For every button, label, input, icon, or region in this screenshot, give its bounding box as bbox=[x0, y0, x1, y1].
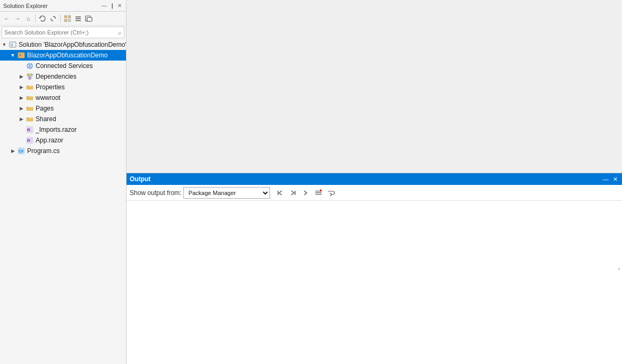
expand-arrow-properties: ▶ bbox=[17, 83, 26, 91]
project-label: BlazorAppObfuscationDemo bbox=[27, 52, 107, 59]
svg-rect-6 bbox=[75, 20, 81, 21]
home-button[interactable]: ⌂ bbox=[23, 14, 33, 23]
output-toolbar: Show output from: Package Manager Build … bbox=[127, 185, 622, 201]
expand-arrow-pages: ▶ bbox=[17, 104, 26, 113]
toggle-word-wrap-button[interactable] bbox=[325, 187, 337, 199]
refresh-button[interactable] bbox=[48, 14, 58, 23]
tree-item-app-razor[interactable]: ▶ R App.razor bbox=[0, 135, 126, 146]
svg-text:P: P bbox=[19, 54, 22, 57]
shared-label: Shared bbox=[36, 115, 56, 123]
tree-item-wwwroot[interactable]: ▶ wwwroot bbox=[0, 92, 126, 103]
properties-folder-icon bbox=[26, 83, 34, 91]
imports-razor-icon: R bbox=[26, 125, 34, 134]
solution-label: Solution 'BlazorAppObfuscationDemo' bbox=[19, 41, 126, 48]
dependencies-icon bbox=[26, 72, 34, 81]
sync-button[interactable] bbox=[38, 14, 47, 23]
tree-item-dependencies[interactable]: ▶ Dependencies bbox=[0, 71, 126, 82]
svg-rect-4 bbox=[75, 16, 81, 18]
program-cs-label: Program.cs bbox=[27, 147, 60, 155]
output-source-select[interactable]: Package Manager Build Debug Package Mana… bbox=[183, 187, 270, 199]
svg-point-18 bbox=[29, 77, 31, 80]
program-cs-icon: C# bbox=[17, 147, 26, 155]
solution-tree: ▼ S Solution 'BlazorAppObfuscationDemo' … bbox=[0, 39, 126, 364]
project-icon: P bbox=[17, 51, 26, 60]
tree-item-shared[interactable]: ▶ Shared bbox=[0, 114, 126, 124]
toolbar-sep-1 bbox=[35, 14, 36, 23]
tree-item-pages[interactable]: ▶ Pages bbox=[0, 103, 126, 114]
svg-point-17 bbox=[30, 74, 33, 77]
solution-icon: S bbox=[9, 40, 17, 49]
output-title-icons: ― ✕ bbox=[602, 175, 619, 183]
svg-rect-1 bbox=[68, 15, 71, 18]
back-button[interactable]: ← bbox=[2, 14, 12, 23]
forward-button[interactable]: → bbox=[13, 14, 22, 23]
svg-text:R: R bbox=[27, 128, 30, 132]
search-button[interactable]: ⌕ bbox=[116, 28, 124, 37]
tree-item-program-cs[interactable]: ▶ C# Program.cs bbox=[0, 146, 126, 156]
wwwroot-folder-icon bbox=[26, 94, 34, 102]
output-close-icon[interactable]: ✕ bbox=[612, 175, 619, 183]
svg-rect-35 bbox=[315, 194, 322, 194]
expand-arrow-solution: ▼ bbox=[0, 40, 9, 49]
tree-item-solution[interactable]: ▼ S Solution 'BlazorAppObfuscationDemo' bbox=[0, 39, 126, 50]
svg-rect-23 bbox=[27, 107, 33, 111]
svg-line-20 bbox=[30, 77, 31, 77]
tree-item-properties[interactable]: ▶ Properties bbox=[0, 82, 126, 92]
output-auto-hide-icon[interactable]: ― bbox=[602, 175, 610, 183]
title-bar-icons: ― ❙ ✕ bbox=[100, 2, 123, 9]
pages-label: Pages bbox=[36, 105, 54, 112]
output-panel: Output ― ✕ Show output from: Package Man… bbox=[127, 173, 622, 364]
pages-folder-icon bbox=[26, 104, 34, 113]
search-input[interactable] bbox=[2, 29, 116, 36]
svg-rect-0 bbox=[64, 15, 67, 18]
svg-text:R: R bbox=[27, 138, 30, 143]
show-all-files-button[interactable] bbox=[63, 14, 72, 23]
dependencies-label: Dependencies bbox=[36, 73, 77, 80]
go-to-previous-message-button[interactable] bbox=[274, 187, 286, 199]
svg-point-16 bbox=[27, 74, 30, 77]
output-content bbox=[127, 201, 622, 364]
output-title: Output bbox=[130, 175, 150, 183]
new-solution-explorer-button[interactable] bbox=[84, 14, 94, 23]
tree-item-imports-razor[interactable]: ▶ R _Imports.razor bbox=[0, 124, 126, 135]
shared-folder-icon bbox=[26, 115, 34, 123]
svg-rect-22 bbox=[27, 97, 33, 100]
pin-auto-hide-icon[interactable]: ❙ bbox=[109, 2, 115, 9]
svg-rect-24 bbox=[27, 118, 33, 121]
svg-rect-8 bbox=[87, 18, 92, 21]
panel-title-bar: Solution Explorer ― ❙ ✕ bbox=[0, 0, 126, 12]
svg-rect-3 bbox=[68, 19, 71, 22]
expand-arrow-project: ▼ bbox=[9, 51, 17, 60]
panel-title: Solution Explorer bbox=[3, 3, 48, 9]
output-title-bar: Output ― ✕ bbox=[127, 173, 622, 185]
tree-item-connected-services[interactable]: ▶ Connected Services bbox=[0, 61, 126, 71]
properties-button[interactable] bbox=[73, 14, 83, 23]
go-to-build-error-button[interactable] bbox=[300, 187, 312, 199]
wwwroot-label: wwwroot bbox=[36, 94, 61, 101]
svg-rect-34 bbox=[315, 192, 322, 193]
solution-explorer: Solution Explorer ― ❙ ✕ ← → ⌂ ⌕ bbox=[0, 0, 127, 364]
svg-text:S: S bbox=[11, 43, 13, 47]
resize-handle[interactable] bbox=[618, 268, 620, 269]
app-razor-label: App.razor bbox=[36, 137, 63, 144]
imports-razor-label: _Imports.razor bbox=[36, 126, 77, 133]
toolbar-sep-2 bbox=[60, 14, 61, 23]
expand-arrow-dependencies: ▶ bbox=[17, 72, 26, 81]
properties-label: Properties bbox=[36, 83, 65, 91]
svg-text:C#: C# bbox=[19, 149, 23, 153]
go-to-next-message-button[interactable] bbox=[287, 187, 299, 199]
main-content bbox=[127, 0, 622, 173]
tree-item-project[interactable]: ▼ P BlazorAppObfuscationDemo bbox=[0, 50, 126, 61]
output-toolbar-buttons bbox=[274, 187, 337, 199]
show-output-from-label: Show output from: bbox=[130, 189, 181, 197]
solution-explorer-toolbar: ← → ⌂ bbox=[0, 12, 126, 26]
expand-arrow-shared: ▶ bbox=[17, 115, 26, 123]
svg-rect-2 bbox=[64, 19, 67, 22]
close-panel-icon[interactable]: ✕ bbox=[116, 2, 123, 9]
main-area: Output ― ✕ Show output from: Package Man… bbox=[127, 0, 622, 364]
svg-line-19 bbox=[28, 77, 30, 77]
pin-icon[interactable]: ― bbox=[100, 2, 108, 9]
clear-all-button[interactable] bbox=[313, 187, 324, 199]
expand-arrow-program: ▶ bbox=[9, 147, 17, 155]
svg-rect-5 bbox=[75, 18, 81, 19]
